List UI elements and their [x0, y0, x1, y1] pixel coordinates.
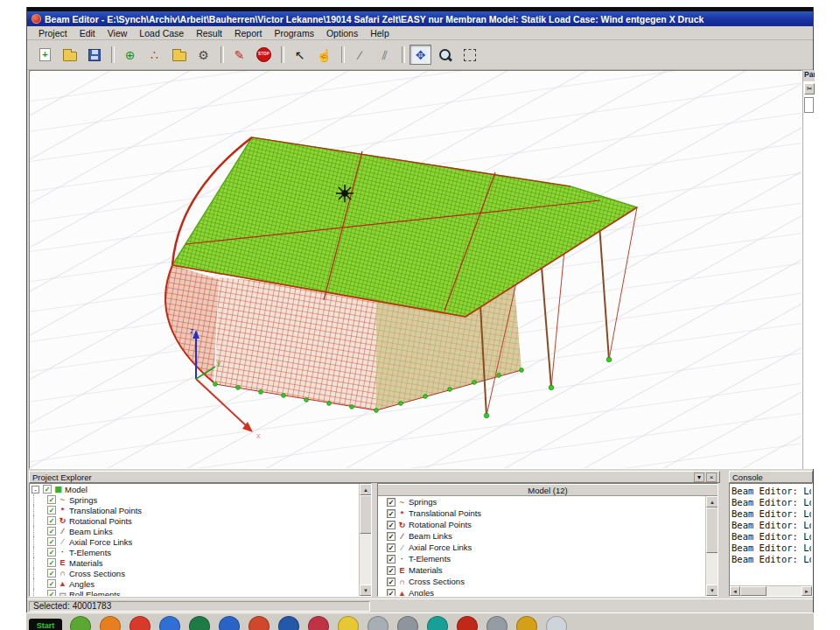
- pan-tool-icon[interactable]: ✥: [410, 45, 431, 65]
- menu-item[interactable]: View: [102, 27, 134, 39]
- console-header[interactable]: Console: [729, 471, 813, 483]
- line-draw-icon[interactable]: ∕: [349, 45, 371, 65]
- list-item[interactable]: ✓ · T-Elements: [378, 553, 718, 564]
- tree-item[interactable]: ✓ E Materials: [30, 557, 371, 568]
- checkbox-icon[interactable]: ✓: [47, 495, 56, 504]
- checkbox-icon[interactable]: ✓: [387, 589, 396, 598]
- taskbar-app-icon[interactable]: [308, 616, 329, 630]
- scroll-down-icon[interactable]: ▼: [360, 584, 372, 596]
- taskbar-app-icon[interactable]: [189, 616, 210, 630]
- list-item[interactable]: ✓ * Translational Points: [378, 508, 718, 519]
- taskbar-app-icon[interactable]: [486, 616, 508, 630]
- save-icon[interactable]: [83, 45, 105, 65]
- menu-item[interactable]: Load Case: [133, 27, 190, 39]
- checkbox-icon[interactable]: ✓: [47, 590, 56, 597]
- list-item[interactable]: ✓ E Materials: [378, 564, 718, 576]
- taskbar-app-icon[interactable]: [457, 616, 478, 630]
- project-explorer-header[interactable]: Project Explorer ▾ ×: [29, 471, 720, 483]
- model-viewport[interactable]: z x y: [29, 70, 802, 469]
- vertical-scrollbar[interactable]: ▲ ▼: [705, 496, 718, 596]
- checkbox-icon[interactable]: ✓: [47, 537, 56, 546]
- export-folder-icon[interactable]: [168, 45, 190, 65]
- draw-pen-icon[interactable]: ✎: [228, 45, 250, 65]
- tree-item[interactable]: ✓ ∩ Cross Sections: [30, 568, 371, 578]
- open-folder-icon[interactable]: [59, 45, 80, 65]
- scrollbar-thumb[interactable]: [740, 586, 766, 596]
- close-icon[interactable]: ×: [706, 472, 717, 482]
- taskbar-app-icon[interactable]: [100, 616, 121, 630]
- taskbar-app-icon[interactable]: [159, 616, 180, 630]
- taskbar-app-icon[interactable]: [368, 616, 388, 630]
- checkbox-icon[interactable]: ✓: [387, 532, 396, 541]
- chevron-down-icon[interactable]: ▾: [694, 472, 704, 482]
- menu-item[interactable]: Options: [320, 27, 364, 39]
- checkbox-icon[interactable]: ✓: [43, 485, 52, 494]
- taskbar-app-icon[interactable]: [130, 616, 150, 630]
- import-model-icon[interactable]: ⊕: [119, 45, 141, 65]
- list-item[interactable]: ✓ ~ Springs: [378, 496, 718, 508]
- taskbar-app-icon[interactable]: [278, 616, 299, 630]
- checkbox-icon[interactable]: ✓: [47, 548, 56, 556]
- tree-item[interactable]: ✓ ∕ Axial Force Links: [30, 536, 371, 547]
- scroll-down-icon[interactable]: ▼: [706, 584, 718, 596]
- settings-gear-icon[interactable]: ⚙: [192, 45, 214, 65]
- scroll-up-icon[interactable]: ▲: [706, 496, 718, 508]
- taskbar-app-icon[interactable]: [397, 616, 418, 630]
- start-button[interactable]: Start: [29, 619, 62, 630]
- checkbox-icon[interactable]: ✓: [47, 558, 56, 567]
- scrollbar-thumb[interactable]: [706, 508, 718, 553]
- list-item[interactable]: ✓ ∩ Cross Sections: [378, 576, 718, 587]
- list-item[interactable]: ✓ ∕ Axial Force Links: [378, 542, 718, 553]
- checkbox-icon[interactable]: ✓: [387, 521, 396, 529]
- checkbox-icon[interactable]: ✓: [387, 555, 396, 564]
- menu-item[interactable]: Project: [32, 27, 74, 39]
- zoom-icon[interactable]: [434, 45, 456, 65]
- checkbox-icon[interactable]: ✓: [387, 578, 396, 586]
- checkbox-icon[interactable]: ✓: [387, 509, 396, 518]
- tree-item[interactable]: ✓ ~ Springs: [30, 494, 371, 505]
- scroll-right-icon[interactable]: ►: [802, 586, 812, 596]
- taskbar-app-icon[interactable]: [248, 616, 270, 630]
- taskbar-app-icon[interactable]: [219, 616, 240, 630]
- checkbox-icon[interactable]: ✓: [47, 516, 56, 525]
- menu-item[interactable]: Report: [228, 27, 269, 39]
- menu-item[interactable]: Edit: [74, 27, 102, 39]
- tree-item[interactable]: ✓ ▲ Angles: [30, 578, 371, 589]
- checkbox-icon[interactable]: ✓: [47, 579, 56, 588]
- titlebar[interactable]: Beam Editor - E:\Synch\Archiv\Arbeit\Bau…: [27, 11, 813, 26]
- stop-icon[interactable]: STOP: [253, 45, 275, 65]
- tree-item[interactable]: ✓ · T-Elements: [30, 547, 371, 557]
- tree-item[interactable]: ✓ * Translational Points: [30, 505, 371, 515]
- checkbox-icon[interactable]: ✓: [47, 506, 56, 514]
- panel-splitter[interactable]: [720, 483, 729, 597]
- tree-item[interactable]: ✓ ↻ Rotational Points: [30, 515, 371, 526]
- node-pair-icon[interactable]: ∴: [144, 45, 165, 65]
- checkbox-icon[interactable]: ✓: [387, 543, 396, 552]
- checkbox-icon[interactable]: ✓: [47, 527, 56, 536]
- scissors-icon[interactable]: ✂: [804, 83, 815, 94]
- menu-item[interactable]: Result: [190, 27, 228, 39]
- tree-item[interactable]: ✓ ∕ Beam Links: [30, 526, 371, 536]
- scroll-left-icon[interactable]: ◄: [730, 586, 740, 596]
- tree-root-row[interactable]: - ✓ ▦ Model: [30, 484, 371, 494]
- taskbar-app-icon[interactable]: [338, 616, 359, 630]
- menu-item[interactable]: Programs: [268, 27, 320, 39]
- horizontal-scrollbar[interactable]: ◄ ►: [730, 585, 812, 596]
- hand-tool-icon[interactable]: ☝: [313, 45, 335, 65]
- checkbox-icon[interactable]: ✓: [47, 569, 56, 578]
- taskbar-app-icon[interactable]: [516, 616, 537, 630]
- scrollbar-thumb[interactable]: [360, 495, 372, 534]
- select-cursor-icon[interactable]: ↖: [289, 45, 311, 65]
- scroll-up-icon[interactable]: ▲: [360, 484, 372, 495]
- checkbox-icon[interactable]: ✓: [387, 566, 396, 575]
- polyline-draw-icon[interactable]: ⫽: [374, 45, 396, 65]
- taskbar-app-icon[interactable]: [546, 616, 567, 630]
- tree-item[interactable]: ✓ ▭ Roll Elements: [30, 589, 371, 597]
- zoom-extents-icon[interactable]: [458, 45, 480, 65]
- taskbar-app-icon[interactable]: [427, 616, 448, 630]
- list-item[interactable]: ✓ ∕ Beam Links: [378, 530, 718, 542]
- checkbox-icon[interactable]: ✓: [387, 498, 396, 507]
- list-item[interactable]: ✓ ▲ Angles: [378, 587, 718, 597]
- list-item[interactable]: ✓ ↻ Rotational Points: [378, 519, 718, 530]
- collapse-icon[interactable]: -: [32, 486, 39, 494]
